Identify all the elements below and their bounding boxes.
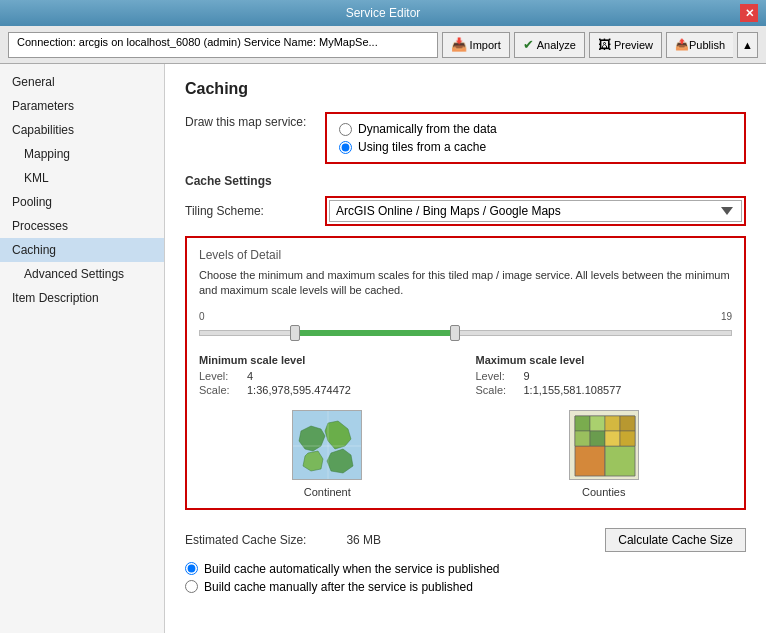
analyze-icon: ✔ [523,37,534,52]
radio-dynamic[interactable]: Dynamically from the data [339,122,732,136]
slider-rail [199,330,732,336]
sidebar-item-pooling[interactable]: Pooling [0,190,164,214]
toolbar: Connection: arcgis on localhost_6080 (ad… [0,26,766,64]
max-scale-value: 1:1,155,581.108577 [524,384,622,396]
build-manual-radio[interactable] [185,580,198,593]
sidebar-item-advanced-settings[interactable]: Advanced Settings [0,262,164,286]
sidebar-item-caching[interactable]: Caching [0,238,164,262]
publish-button[interactable]: 📤 Publish [666,32,733,58]
calculate-cache-button[interactable]: Calculate Cache Size [605,528,746,552]
close-button[interactable]: ✕ [740,4,758,22]
slider-track[interactable] [199,324,732,342]
cache-est-label: Estimated Cache Size: [185,533,306,547]
connection-info: Connection: arcgis on localhost_6080 (ad… [8,32,438,58]
continent-label: Continent [304,486,351,498]
slider-labels: 0 19 [199,311,732,322]
build-manual-option[interactable]: Build cache manually after the service i… [185,580,746,594]
max-level-value: 9 [524,370,530,382]
lod-box: Levels of Detail Choose the minimum and … [185,236,746,510]
tiling-row: Tiling Scheme: ArcGIS Online / Bing Maps… [185,196,746,226]
min-level-label: Level: [199,370,239,382]
sidebar-item-mapping[interactable]: Mapping [0,142,164,166]
preview-button[interactable]: 🖼 Preview [589,32,662,58]
publish-dropdown-button[interactable]: ▲ [737,32,758,58]
sidebar-item-processes[interactable]: Processes [0,214,164,238]
continent-image [292,410,362,480]
bottom-section: Estimated Cache Size: 36 MB Calculate Ca… [185,520,746,594]
max-scale-group: Maximum scale level Level: 9 Scale: 1:1,… [476,354,733,398]
publish-icon: 📤 [675,38,689,51]
tiling-label: Tiling Scheme: [185,204,325,218]
min-scale-value: 1:36,978,595.474472 [247,384,351,396]
draw-label: Draw this map service: [185,112,325,129]
preview-icon: 🖼 [598,37,611,52]
sidebar-item-general[interactable]: General [0,70,164,94]
max-scale-label: Scale: [476,384,516,396]
slider-thumb-max[interactable] [450,325,460,341]
max-level-label: Level: [476,370,516,382]
sidebar-item-parameters[interactable]: Parameters [0,94,164,118]
scale-slider[interactable]: 0 19 [199,311,732,342]
cache-size-row: Estimated Cache Size: 36 MB Calculate Ca… [185,528,746,552]
radio-tiles[interactable]: Using tiles from a cache [339,140,732,154]
title-bar: Service Editor ✕ [0,0,766,26]
lod-title: Levels of Detail [199,248,732,262]
import-button[interactable]: 📥 Import [442,32,510,58]
title-bar-title: Service Editor [26,6,740,20]
continent-thumb: Continent [292,410,362,498]
lod-description: Choose the minimum and maximum scales fo… [199,268,732,299]
max-scale-title: Maximum scale level [476,354,733,366]
counties-image [569,410,639,480]
content-area: Caching Draw this map service: Dynamical… [165,64,766,633]
main-layout: General Parameters Capabilities Mapping … [0,64,766,633]
draw-controls: Dynamically from the data Using tiles fr… [325,112,746,164]
radio-tiles-input[interactable] [339,141,352,154]
min-scale-title: Minimum scale level [199,354,456,366]
build-auto-option[interactable]: Build cache automatically when the servi… [185,562,746,576]
scale-info: Minimum scale level Level: 4 Scale: 1:36… [199,354,732,398]
analyze-button[interactable]: ✔ Analyze [514,32,585,58]
build-auto-radio[interactable] [185,562,198,575]
min-level-value: 4 [247,370,253,382]
page-title: Caching [185,80,746,98]
min-scale-label: Scale: [199,384,239,396]
draw-radio-group: Dynamically from the data Using tiles fr… [325,112,746,164]
radio-dynamic-input[interactable] [339,123,352,136]
max-scale-row: Scale: 1:1,155,581.108577 [476,384,733,396]
sidebar-item-capabilities[interactable]: Capabilities [0,118,164,142]
sidebar: General Parameters Capabilities Mapping … [0,64,165,633]
tiling-select-wrapper: ArcGIS Online / Bing Maps / Google Maps … [325,196,746,226]
tiling-select[interactable]: ArcGIS Online / Bing Maps / Google Maps … [329,200,742,222]
sidebar-item-kml[interactable]: KML [0,166,164,190]
counties-label: Counties [582,486,625,498]
sidebar-item-item-description[interactable]: Item Description [0,286,164,310]
min-level-row: Level: 4 [199,370,456,382]
cache-settings-label: Cache Settings [185,174,746,188]
draw-service-row: Draw this map service: Dynamically from … [185,112,746,164]
build-options: Build cache automatically when the servi… [185,562,746,594]
import-icon: 📥 [451,37,467,52]
cache-est-value: 36 MB [346,533,381,547]
slider-fill [295,330,455,336]
min-scale-row: Scale: 1:36,978,595.474472 [199,384,456,396]
max-level-row: Level: 9 [476,370,733,382]
counties-thumb: Counties [569,410,639,498]
continent-svg [293,411,362,480]
counties-svg [570,411,639,480]
min-scale-group: Minimum scale level Level: 4 Scale: 1:36… [199,354,456,398]
slider-thumb-min[interactable] [290,325,300,341]
map-thumbnails: Continent [199,410,732,498]
